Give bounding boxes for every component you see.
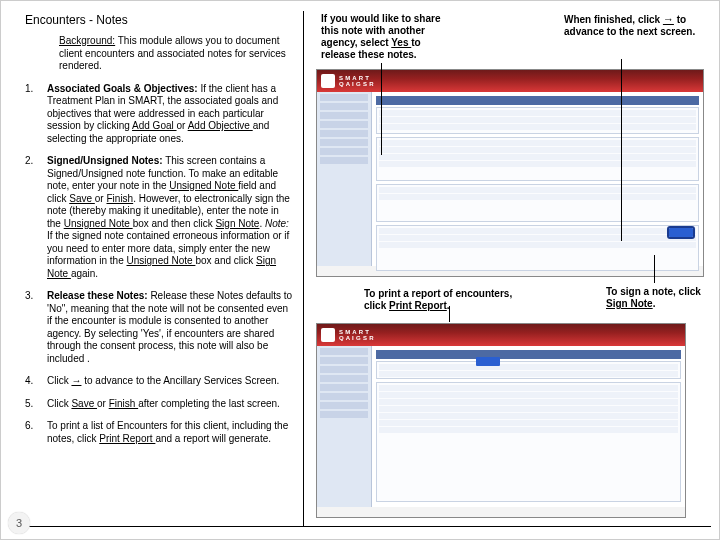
sidebar — [317, 346, 372, 507]
item-lead: Associated Goals & Objectives: — [47, 83, 198, 94]
print-report-button[interactable] — [476, 357, 500, 366]
page-title: Encounters - Notes — [25, 13, 295, 27]
instruction-item-5: 5. Click Save or Finish after completing… — [25, 398, 295, 411]
instruction-item-4: 4. Click → to advance to the Ancillary S… — [25, 375, 295, 388]
instruction-item-3: 3. Release these Notes: Release these No… — [25, 290, 295, 365]
instruction-item-2: 2. Signed/Unsigned Notes: This screen co… — [25, 155, 295, 280]
callout-print-report: To print a report of encounters, click P… — [364, 288, 534, 312]
item-text: Click Save or Finish after completing th… — [47, 398, 295, 411]
item-number: 6. — [25, 420, 47, 445]
app-logo-icon — [321, 328, 335, 342]
app-logo-icon — [321, 74, 335, 88]
callout-release-notes: If you would like to share this note wit… — [321, 13, 441, 61]
sign-note-button[interactable] — [669, 228, 693, 237]
callout-next-screen: When finished, click → to advance to the… — [564, 13, 709, 38]
instruction-list: 1. Associated Goals & Objectives: If the… — [25, 83, 295, 446]
background-label: Background: — [59, 35, 115, 46]
item-lead: Release these Notes: — [47, 290, 148, 301]
main-panel — [372, 92, 703, 266]
callout-arrow — [381, 63, 382, 155]
instruction-item-1: 1. Associated Goals & Objectives: If the… — [25, 83, 295, 146]
item-number: 1. — [25, 83, 47, 146]
background-paragraph: Background: This module allows you to do… — [59, 35, 295, 73]
callout-arrow — [621, 59, 622, 241]
panel-header — [376, 96, 699, 105]
item-lead: Signed/Unsigned Notes: — [47, 155, 163, 166]
item-text: Click → to advance to the Ancillary Serv… — [47, 375, 295, 388]
main-panel — [372, 346, 685, 507]
item-text: Associated Goals & Objectives: If the cl… — [47, 83, 295, 146]
panel-header — [376, 350, 681, 359]
instruction-item-6: 6. To print a list of Encounters for thi… — [25, 420, 295, 445]
item-number: 3. — [25, 290, 47, 365]
sidebar — [317, 92, 372, 266]
vertical-divider — [303, 11, 304, 526]
page-number: 3 — [8, 512, 30, 534]
app-header: S M A R TQ A I G S R — [317, 324, 685, 346]
callout-sign-note: To sign a note, click Sign Note. — [606, 286, 706, 310]
arrow-right-icon: → — [71, 375, 81, 386]
callout-arrow — [654, 255, 655, 283]
item-text: Release these Notes: Release these Notes… — [47, 290, 295, 365]
item-text: To print a list of Encounters for this c… — [47, 420, 295, 445]
screenshot-encounter-list: S M A R TQ A I G S R — [316, 323, 686, 518]
left-column: Encounters - Notes Background: This modu… — [25, 13, 295, 455]
item-number: 5. — [25, 398, 47, 411]
app-header: S M A R TQ A I G S R — [317, 70, 703, 92]
screenshot-encounter-notes: S M A R TQ A I G S R — [316, 69, 704, 277]
item-text: Signed/Unsigned Notes: This screen conta… — [47, 155, 295, 280]
horizontal-divider — [11, 526, 711, 527]
item-number: 2. — [25, 155, 47, 280]
arrow-right-icon: → — [663, 13, 674, 25]
item-number: 4. — [25, 375, 47, 388]
